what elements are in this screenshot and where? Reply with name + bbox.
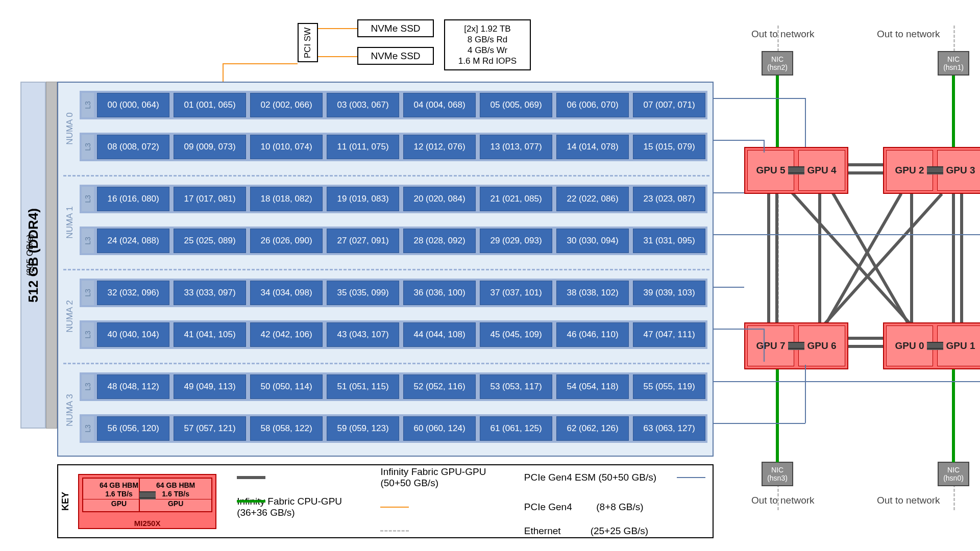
if-cpu-gpu-link bbox=[714, 329, 765, 330]
if-cpu-gpu-link bbox=[714, 98, 805, 99]
key-label: KEY bbox=[60, 492, 71, 511]
gpu-pair-top-right: GPU 2 GPU 3 bbox=[883, 147, 980, 194]
if-internal bbox=[927, 342, 943, 350]
legend-sample-eth bbox=[380, 530, 409, 532]
core-cell: 07 (007, 071) bbox=[633, 93, 705, 117]
core-cell: 46 (046, 110) bbox=[556, 322, 629, 347]
core-cell: 31 (031, 095) bbox=[633, 229, 705, 253]
core-cell: 45 (045, 109) bbox=[480, 322, 552, 347]
legend-key: KEY 64 GB HBM 1.6 TB/s GPU 64 GB HBM 1.6… bbox=[57, 464, 714, 538]
numa-2: NUMA 2L332 (032, 096)33 (033, 097)34 (03… bbox=[63, 271, 709, 360]
out-to-network-label: Out to network bbox=[877, 495, 940, 506]
ssd-spec-line: 8 GB/s Rd bbox=[468, 34, 507, 45]
core-cell: 10 (010, 074) bbox=[250, 135, 323, 159]
if-cpu-gpu-link bbox=[805, 365, 806, 423]
core-cell: 53 (053, 117) bbox=[480, 374, 552, 399]
core-cell: 16 (016, 080) bbox=[97, 187, 169, 211]
numa-separator bbox=[63, 175, 709, 177]
gpu-2: GPU 2 bbox=[886, 150, 933, 191]
if-cpu-gpu-link bbox=[714, 423, 805, 424]
core-cell: 43 (043, 107) bbox=[327, 322, 399, 347]
nic-hsn3: NIC(hsn3) bbox=[762, 462, 793, 486]
gpu-0: GPU 0 bbox=[886, 325, 933, 366]
gpu-7: GPU 7 bbox=[747, 325, 794, 366]
nic-label: NIC bbox=[771, 55, 783, 63]
core-cell: 15 (015, 079) bbox=[633, 135, 705, 159]
if-cpu-gpu-link bbox=[714, 140, 765, 141]
legend-text: Infinity Fabric GPU-GPU (50+50 GB/s) bbox=[380, 466, 503, 489]
core-cell: 39 (039, 103) bbox=[633, 281, 705, 305]
ssd-spec-line: 1.6 M Rd IOPS bbox=[458, 56, 517, 66]
core-cell: 13 (013, 077) bbox=[480, 135, 552, 159]
core-cell: 21 (021, 085) bbox=[480, 187, 552, 211]
core-cell: 42 (042, 106) bbox=[250, 322, 323, 347]
core-cell: 11 (011, 075) bbox=[327, 135, 399, 159]
if-gpu-gpu-link bbox=[952, 193, 963, 323]
pcie-line bbox=[318, 28, 357, 29]
if-internal bbox=[788, 342, 804, 350]
key-mi250x: 64 GB HBM 1.6 TB/s GPU 64 GB HBM 1.6 TB/… bbox=[78, 474, 216, 529]
core-cell: 60 (060, 124) bbox=[403, 416, 476, 441]
core-cell: 47 (047, 111) bbox=[633, 322, 705, 347]
key-hbm-bw: 1.6 TB/s bbox=[162, 490, 189, 498]
core-cell: 50 (050, 114) bbox=[250, 374, 323, 399]
if-cpu-gpu-link bbox=[714, 287, 744, 288]
gpu-area: Out to network Out to network Out to net… bbox=[729, 20, 980, 531]
core-cell: 19 (019, 083) bbox=[327, 187, 399, 211]
nic-hsn0: NIC(hsn0) bbox=[938, 462, 969, 486]
core-cell: 20 (020, 084) bbox=[403, 187, 476, 211]
legend-sample-esm bbox=[237, 500, 265, 503]
legend-text: PCIe Gen4 bbox=[524, 502, 572, 512]
if-gpu-gpu-link bbox=[818, 193, 902, 336]
gpu-1: GPU 1 bbox=[937, 325, 980, 366]
core-cell: 58 (058, 122) bbox=[250, 416, 323, 441]
if-cpu-gpu-link bbox=[764, 329, 765, 362]
ssd-spec-line: [2x] 1.92 TB bbox=[464, 23, 510, 34]
key-hbm: 64 GB HBM bbox=[156, 481, 195, 490]
numa-1: NUMA 1L316 (016, 080)17 (017, 081)18 (01… bbox=[63, 178, 709, 266]
legend-text: (25+25 GB/s) bbox=[591, 525, 649, 536]
numa-3: NUMA 3L348 (048, 112)49 (049, 113)50 (05… bbox=[63, 365, 709, 454]
memory-bus bbox=[46, 82, 57, 429]
legend-text: (8+8 GB/s) bbox=[596, 502, 643, 512]
legend-text: Infinity Fabric CPU-GPU (36+36 GB/s) bbox=[237, 496, 360, 518]
nic-sublabel: (hsn1) bbox=[943, 63, 964, 71]
core-cell: 63 (063, 127) bbox=[633, 416, 705, 441]
key-gpu-label: GPU bbox=[140, 499, 211, 508]
legend-sample-if-cpu bbox=[677, 477, 705, 478]
core-cell: 41 (041, 105) bbox=[174, 322, 246, 347]
if-gpu-gpu-link bbox=[831, 191, 915, 334]
core-cell: 62 (062, 126) bbox=[556, 416, 629, 441]
core-cell: 23 (023, 087) bbox=[633, 187, 705, 211]
gpu-6: GPU 6 bbox=[798, 325, 845, 366]
numa-separator bbox=[63, 269, 709, 270]
core-cell: 06 (006, 070) bbox=[556, 93, 629, 117]
core-cell: 29 (029, 093) bbox=[480, 229, 552, 253]
if-internal bbox=[139, 491, 156, 499]
core-cell: 26 (026, 090) bbox=[250, 229, 323, 253]
core-cell: 17 (017, 081) bbox=[174, 187, 246, 211]
core-cell: 51 (051, 115) bbox=[327, 374, 399, 399]
core-cell: 37 (037, 101) bbox=[480, 281, 552, 305]
core-cell: 56 (056, 120) bbox=[97, 416, 169, 441]
if-gpu-gpu-link bbox=[847, 163, 884, 174]
core-cell: 57 (057, 121) bbox=[174, 416, 246, 441]
core-cell: 38 (038, 102) bbox=[556, 281, 629, 305]
core-cell: 33 (033, 097) bbox=[174, 281, 246, 305]
core-cell: 59 (059, 123) bbox=[327, 416, 399, 441]
core-cell: 00 (000, 064) bbox=[97, 93, 169, 117]
core-cell: 14 (014, 078) bbox=[556, 135, 629, 159]
core-cell: 24 (024, 088) bbox=[97, 229, 169, 253]
numa-0: NUMA 0L300 (000, 064)01 (001, 065)02 (00… bbox=[63, 84, 709, 172]
core-cell: 18 (018, 082) bbox=[250, 187, 323, 211]
out-to-network-label: Out to network bbox=[751, 495, 815, 506]
l3-row: L316 (016, 080)17 (017, 081)18 (018, 082… bbox=[80, 185, 707, 213]
nic-label: NIC bbox=[771, 466, 783, 474]
if-internal bbox=[788, 166, 804, 174]
if-gpu-gpu-link bbox=[818, 193, 821, 323]
pci-switch-label: PCI SW bbox=[303, 27, 313, 58]
core-cell: 61 (061, 125) bbox=[480, 416, 552, 441]
core-cell: 02 (002, 066) bbox=[250, 93, 323, 117]
nic-sublabel: (hsn2) bbox=[767, 63, 788, 71]
l3-row: L308 (008, 072)09 (009, 073)10 (010, 074… bbox=[80, 133, 707, 161]
